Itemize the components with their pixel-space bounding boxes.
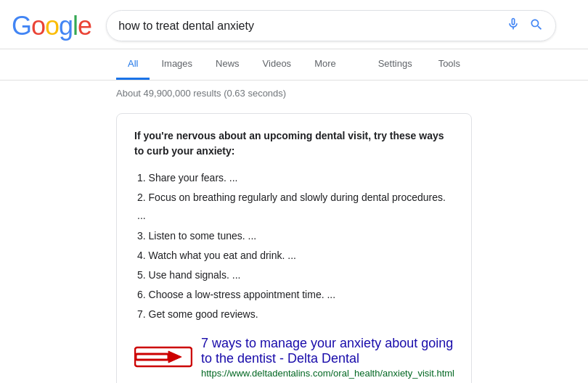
tab-tools[interactable]: Tools: [427, 49, 472, 80]
list-item: 1. Share your fears. ...: [137, 169, 454, 187]
list-item: 5. Use hand signals. ...: [137, 266, 454, 284]
search-button[interactable]: [529, 17, 544, 34]
logo-g: G: [12, 11, 31, 41]
svg-marker-2: [168, 351, 181, 363]
snippet-link-text: 7 ways to manage your anxiety about goin…: [201, 336, 454, 379]
list-item: 2. Focus on breathing regularly and slow…: [137, 189, 454, 225]
nav-right: Settings Tools: [367, 49, 472, 80]
arrow-indicator: [134, 344, 192, 370]
results-count: About 49,900,000 results (0.63 seconds): [116, 88, 286, 99]
tab-videos[interactable]: Videos: [251, 49, 303, 80]
logo-o1: o: [31, 11, 45, 41]
microphone-icon[interactable]: [506, 17, 520, 35]
search-bar[interactable]: [106, 10, 556, 41]
snippet-list: 1. Share your fears. ... 2. Focus on bre…: [134, 169, 454, 324]
snippet-link-section: 7 ways to manage your anxiety about goin…: [134, 336, 454, 379]
header: Google: [0, 0, 588, 49]
tab-more[interactable]: More: [303, 49, 348, 80]
tab-all[interactable]: All: [116, 49, 150, 80]
main-content: If you're nervous about an upcoming dent…: [0, 106, 588, 383]
logo-g2: g: [59, 11, 73, 41]
featured-snippet: If you're nervous about an upcoming dent…: [116, 113, 472, 383]
search-input[interactable]: [118, 20, 506, 33]
snippet-link[interactable]: 7 ways to manage your anxiety about goin…: [201, 336, 453, 366]
list-item: 6. Choose a low-stress appointment time.…: [137, 286, 454, 304]
tab-images[interactable]: Images: [150, 49, 204, 80]
list-item: 4. Watch what you eat and drink. ...: [137, 247, 454, 265]
logo-o2: o: [45, 11, 59, 41]
list-item: 7. Get some good reviews.: [137, 305, 454, 324]
list-item: 3. Listen to some tunes. ...: [137, 227, 454, 245]
results-info: About 49,900,000 results (0.63 seconds): [0, 81, 588, 106]
nav-tabs: All Images News Videos More Settings Too…: [0, 49, 588, 81]
tab-settings[interactable]: Settings: [367, 49, 424, 80]
google-logo: Google: [12, 13, 91, 39]
snippet-url: https://www.deltadentalins.com/oral_heal…: [201, 368, 454, 379]
snippet-intro: If you're nervous about an upcoming dent…: [134, 128, 454, 159]
tab-news[interactable]: News: [204, 49, 251, 80]
logo-e: e: [78, 11, 91, 41]
search-icons: [506, 17, 544, 35]
